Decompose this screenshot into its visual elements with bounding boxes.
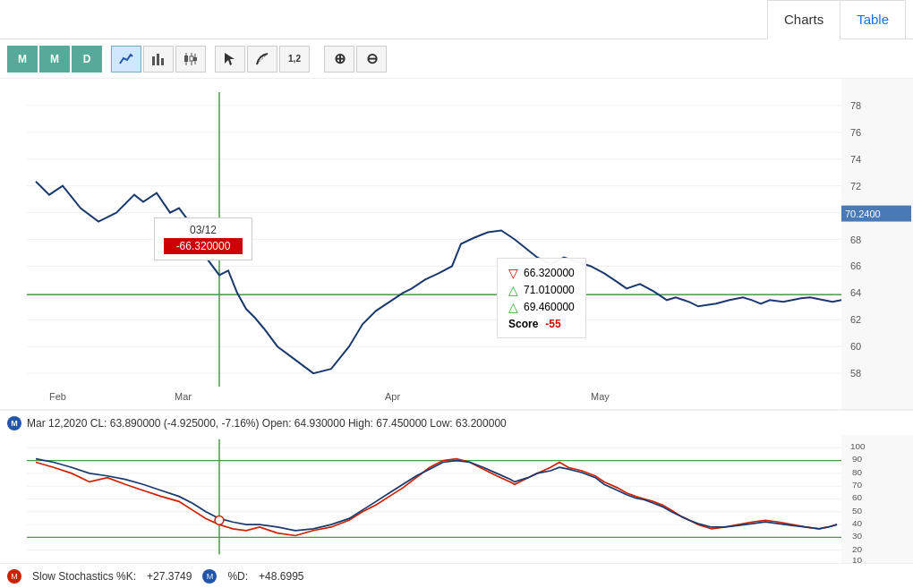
zoom-in-button[interactable]: ⊕ xyxy=(324,46,354,72)
svg-rect-4 xyxy=(184,55,188,62)
svg-text:Mar: Mar xyxy=(175,391,192,402)
svg-text:100: 100 xyxy=(850,441,866,451)
svg-text:78: 78 xyxy=(850,100,861,111)
zoom-in-icon: ⊕ xyxy=(334,50,346,67)
bar-chart-icon xyxy=(150,51,166,67)
charts-area: 78 76 74 72 70 68 66 64 62 60 58 Feb Mar… xyxy=(0,79,913,588)
score-value: -55 xyxy=(545,318,560,330)
ma3-button[interactable]: D xyxy=(72,46,102,72)
legend-buy2-row: △ 69.460000 xyxy=(508,300,575,314)
stoch-k-label: Slow Stochastics %K: xyxy=(32,570,136,583)
zoom-out-button[interactable]: ⊖ xyxy=(356,46,387,72)
chart-info-icon: M xyxy=(7,416,21,430)
tabs-bar: Charts Table xyxy=(0,0,913,39)
toolbar: M M D xyxy=(0,39,913,79)
stochastics-chart: 100 90 80 70 60 50 40 30 20 10 xyxy=(0,435,913,588)
line-chart-icon xyxy=(118,51,134,67)
stochastics-svg: 100 90 80 70 60 50 40 30 20 10 xyxy=(0,435,913,563)
buy2-value: 69.460000 xyxy=(524,301,575,313)
buy2-icon: △ xyxy=(508,300,518,314)
labels-label: 1,2 xyxy=(288,54,301,64)
ma3-label: D xyxy=(83,53,91,65)
price-info-bar: M Mar 12,2020 CL: 63.890000 (-4.925000, … xyxy=(0,410,913,435)
svg-text:74: 74 xyxy=(850,154,861,165)
svg-text:20: 20 xyxy=(852,544,863,554)
bar-chart-button[interactable] xyxy=(143,46,174,72)
svg-text:Feb: Feb xyxy=(49,391,66,402)
svg-text:62: 62 xyxy=(850,314,861,325)
legend-sell-row: ▽ 66.320000 xyxy=(508,266,575,280)
sell-value: 66.320000 xyxy=(524,267,575,279)
buy1-icon: △ xyxy=(508,283,518,297)
stoch-k-icon: M xyxy=(7,569,21,584)
svg-text:10: 10 xyxy=(852,555,863,563)
draw-icon xyxy=(254,51,270,67)
svg-rect-8 xyxy=(193,57,197,61)
svg-text:64: 64 xyxy=(850,287,861,298)
svg-text:May: May xyxy=(591,391,610,402)
candle-chart-button[interactable] xyxy=(175,46,206,72)
svg-text:72: 72 xyxy=(850,181,861,192)
svg-text:68: 68 xyxy=(850,234,861,245)
stoch-d-label: %D: xyxy=(227,570,248,583)
main-chart: 78 76 74 72 70 68 66 64 62 60 58 Feb Mar… xyxy=(0,79,913,410)
line-chart-button[interactable] xyxy=(111,46,141,72)
svg-text:90: 90 xyxy=(852,455,863,464)
svg-rect-2 xyxy=(161,58,164,65)
stoch-k-value: +27.3749 xyxy=(147,570,192,583)
score-label: Score xyxy=(508,318,538,330)
stoch-d-icon: M xyxy=(202,569,217,584)
candle-chart-icon xyxy=(183,51,199,67)
draw-button[interactable] xyxy=(247,46,277,72)
svg-text:60: 60 xyxy=(850,341,861,352)
svg-text:50: 50 xyxy=(852,506,863,516)
svg-text:40: 40 xyxy=(852,518,863,528)
svg-rect-0 xyxy=(152,56,155,65)
stoch-d-value: +48.6995 xyxy=(259,570,303,583)
stochastics-info-bar: M Slow Stochastics %K: +27.3749 M %D: +4… xyxy=(0,563,913,588)
cursor-button[interactable] xyxy=(215,46,245,72)
svg-point-65 xyxy=(215,516,224,525)
ma1-button[interactable]: M xyxy=(7,46,38,72)
main-chart-svg: 78 76 74 72 70 68 66 64 62 60 58 Feb Mar… xyxy=(0,79,913,409)
svg-rect-1 xyxy=(157,54,159,65)
svg-text:Apr: Apr xyxy=(385,391,400,402)
buy1-value: 71.010000 xyxy=(524,284,575,296)
svg-text:60: 60 xyxy=(852,493,863,503)
svg-rect-6 xyxy=(190,56,193,61)
chart-legend: ▽ 66.320000 △ 71.010000 △ 69.460000 Scor… xyxy=(497,258,586,338)
svg-text:80: 80 xyxy=(852,467,863,477)
ma2-label: M xyxy=(50,53,59,65)
svg-text:66: 66 xyxy=(850,260,861,271)
zoom-out-icon: ⊖ xyxy=(366,50,378,67)
score-row: Score -55 xyxy=(508,318,575,330)
price-info-text: Mar 12,2020 CL: 63.890000 (-4.925000, -7… xyxy=(27,417,507,430)
svg-text:58: 58 xyxy=(850,368,861,379)
svg-text:70.2400: 70.2400 xyxy=(845,209,881,219)
svg-text:76: 76 xyxy=(850,127,861,138)
svg-marker-9 xyxy=(225,53,235,65)
ma1-label: M xyxy=(18,53,27,65)
labels-button[interactable]: 1,2 xyxy=(279,46,310,72)
svg-text:70: 70 xyxy=(852,480,863,490)
tab-charts[interactable]: Charts xyxy=(767,0,840,39)
cursor-icon xyxy=(222,51,238,67)
legend-buy1-row: △ 71.010000 xyxy=(508,283,575,297)
ma2-button[interactable]: M xyxy=(39,46,70,72)
tab-table[interactable]: Table xyxy=(840,0,906,39)
sell-icon: ▽ xyxy=(508,266,518,280)
svg-text:30: 30 xyxy=(852,532,863,541)
